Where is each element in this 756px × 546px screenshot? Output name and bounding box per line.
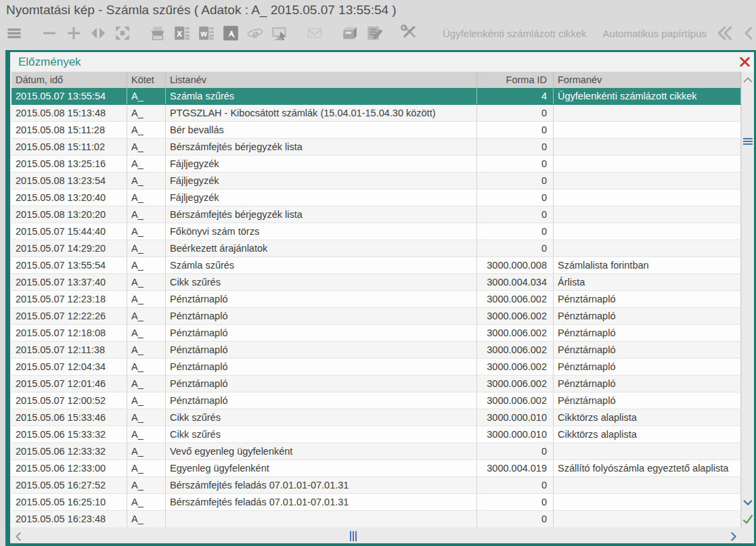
cell-kotet: A_ <box>127 426 166 442</box>
table-row[interactable]: 2015.05.07 12:01:46A_Pénztárnapló3000.00… <box>12 376 741 392</box>
table-row[interactable]: 2015.05.08 13:20:20A_Bérszámfejtés bérje… <box>12 206 741 223</box>
cell-listanev: Pénztárnapló <box>166 376 477 392</box>
cell-kotet: A_ <box>127 460 166 476</box>
table-row[interactable]: 2015.05.08 13:25:16A_Fájljegyzék0 <box>12 156 741 173</box>
cell-listanev: Cikk szűrés <box>166 409 477 426</box>
table-row[interactable]: 2015.05.06 12:33:00A_Egyenleg ügyfelenké… <box>12 460 741 477</box>
toolbar: x w e Ügyfelenkénti számlázott cikkek Au… <box>0 19 756 47</box>
table-row[interactable]: 2015.05.07 12:00:52A_Pénztárnapló3000.00… <box>12 392 741 409</box>
settings-icon[interactable] <box>399 23 420 43</box>
cell-listanev: Bér bevallás <box>166 122 477 138</box>
cell-forma_id: 3000.006.002 <box>477 325 554 341</box>
cell-formanev <box>554 206 741 223</box>
zoom-in-icon[interactable] <box>64 23 84 43</box>
column-header-datum[interactable]: Dátum, idő <box>12 72 127 88</box>
column-header-listanev[interactable]: Listanév <box>166 72 477 88</box>
cell-kotet: A_ <box>127 443 166 459</box>
print-icon[interactable] <box>148 23 168 43</box>
table-row[interactable]: 2015.05.06 15:33:46A_Cikk szűrés3000.000… <box>12 409 741 426</box>
edit-icon[interactable] <box>364 23 384 43</box>
menu-icon[interactable] <box>4 23 24 43</box>
column-header-formanev[interactable]: Formanév <box>554 72 741 88</box>
table-row[interactable]: 2015.05.07 14:29:20A_Beérkezett árajánla… <box>12 240 741 257</box>
archive-icon[interactable] <box>340 23 360 43</box>
pdf-export-icon[interactable] <box>221 23 241 43</box>
browser-export-icon[interactable]: e <box>245 23 265 43</box>
cell-formanev: Ügyfelenkénti számlázott cikkek <box>554 88 741 104</box>
column-header-forma-id[interactable]: Forma ID <box>477 72 554 88</box>
horizontal-scroll-track[interactable] <box>26 529 726 543</box>
prev-page-button[interactable] <box>739 23 756 43</box>
cell-datum: 2015.05.05 16:23:48 <box>12 511 127 527</box>
vertical-scrollbar[interactable] <box>741 72 754 528</box>
cell-kotet: A_ <box>127 274 166 290</box>
table-row[interactable]: 2015.05.08 15:11:28A_Bér bevallás0 <box>12 122 741 139</box>
excel-export-icon[interactable]: x <box>172 23 192 43</box>
vertical-scroll-thumb[interactable] <box>743 137 753 146</box>
cell-kotet: A_ <box>127 291 166 307</box>
cell-formanev: Pénztárnapló <box>554 308 741 324</box>
cell-listanev: Pénztárnapló <box>166 291 477 307</box>
cell-kotet: A_ <box>127 359 166 375</box>
table-row[interactable]: 2015.05.06 12:33:32A_Vevő egyenleg ügyfe… <box>12 443 741 460</box>
history-panel: Előzmények Dátum, idő Kötet Listanév For… <box>5 50 756 546</box>
table-row[interactable]: 2015.05.07 13:55:54A_Számla szűrés4Ügyfe… <box>12 88 741 105</box>
table-row[interactable]: 2015.05.05 16:27:52A_Bérszámfejtés felad… <box>12 477 741 494</box>
first-page-button[interactable] <box>715 23 735 43</box>
horizontal-scroll-thumb[interactable] <box>348 531 359 541</box>
table-body: 2015.05.07 13:55:54A_Számla szűrés4Ügyfe… <box>12 88 741 528</box>
cell-kotet: A_ <box>127 511 166 527</box>
cell-datum: 2015.05.05 16:27:52 <box>12 477 127 493</box>
chevron-up-icon[interactable] <box>742 72 754 88</box>
table-row[interactable]: 2015.05.08 15:13:48A_PTGSZLAH - Kibocsát… <box>12 105 741 122</box>
table-row[interactable]: 2015.05.07 12:04:34A_Pénztárnapló3000.00… <box>12 359 741 376</box>
chevron-down-icon[interactable] <box>742 495 754 511</box>
table-row[interactable]: 2015.05.08 13:23:54A_Fájljegyzék0 <box>12 173 741 189</box>
table-row[interactable]: 2015.05.08 13:20:40A_Fájljegyzék0 <box>12 189 741 206</box>
close-icon[interactable] <box>737 54 752 69</box>
cell-listanev: Pénztárnapló <box>166 392 477 409</box>
cell-listanev: Fájljegyzék <box>166 173 477 189</box>
cell-listanev: Bérszámfejtés bérjegyzék lista <box>166 139 477 155</box>
horizontal-scrollbar[interactable] <box>10 528 742 543</box>
cell-formanev <box>554 189 741 206</box>
word-export-icon[interactable]: w <box>196 23 217 43</box>
cell-kotet: A_ <box>127 223 166 240</box>
table-row[interactable]: 2015.05.07 13:37:40A_Cikk szűrés3000.004… <box>12 274 741 291</box>
desktop-export-icon[interactable] <box>269 23 290 43</box>
cell-kotet: A_ <box>127 392 166 409</box>
paper-type-label[interactable]: Automatikus papírtípus <box>595 28 715 39</box>
report-form-label[interactable]: Ügyfelenkénti számlázott cikkek <box>435 28 595 39</box>
chevron-right-icon[interactable] <box>726 529 742 543</box>
column-header-kotet[interactable]: Kötet <box>127 72 166 88</box>
cell-kotet: A_ <box>127 477 166 493</box>
email-icon[interactable] <box>305 23 325 43</box>
table-row[interactable]: 2015.05.08 15:11:02A_Bérszámfejtés bérje… <box>12 139 741 156</box>
cell-kotet: A_ <box>127 342 166 358</box>
cell-datum: 2015.05.08 13:20:40 <box>12 189 127 206</box>
cell-listanev: Fájljegyzék <box>166 156 477 172</box>
fit-page-icon[interactable] <box>112 23 133 43</box>
cell-formanev: Cikktörzs alaplista <box>554 409 741 426</box>
cell-formanev <box>554 173 741 189</box>
check-icon[interactable] <box>742 511 754 528</box>
table-row[interactable]: 2015.05.07 12:18:08A_Pénztárnapló3000.00… <box>12 325 741 342</box>
fit-width-icon[interactable] <box>88 23 108 43</box>
zoom-out-icon[interactable] <box>39 23 60 43</box>
table-row[interactable]: 2015.05.06 15:33:32A_Cikk szűrés3000.000… <box>12 426 741 443</box>
table-row[interactable]: 2015.05.07 12:11:38A_Pénztárnapló3000.00… <box>12 342 741 359</box>
cell-kotet: A_ <box>127 376 166 392</box>
cell-forma_id: 3000.006.002 <box>477 376 554 392</box>
table-row[interactable]: 2015.05.07 12:22:26A_Pénztárnapló3000.00… <box>12 308 741 325</box>
cell-forma_id: 0 <box>477 139 554 155</box>
cell-formanev: Pénztárnapló <box>554 392 741 409</box>
vertical-scroll-track[interactable] <box>742 88 754 495</box>
table-row[interactable]: 2015.05.07 12:23:18A_Pénztárnapló3000.00… <box>12 291 741 308</box>
cell-kotet: A_ <box>127 206 166 223</box>
cell-forma_id: 3000.000.008 <box>477 257 554 273</box>
table-row[interactable]: 2015.05.05 16:23:48A_0 <box>12 511 741 528</box>
chevron-left-icon[interactable] <box>10 529 26 543</box>
table-row[interactable]: 2015.05.07 15:44:40A_Főkönyvi szám törzs… <box>12 223 741 240</box>
table-row[interactable]: 2015.05.07 13:55:54A_Számla szűrés3000.0… <box>12 257 741 274</box>
table-row[interactable]: 2015.05.05 16:25:10A_Bérszámfejtés felad… <box>12 494 741 511</box>
